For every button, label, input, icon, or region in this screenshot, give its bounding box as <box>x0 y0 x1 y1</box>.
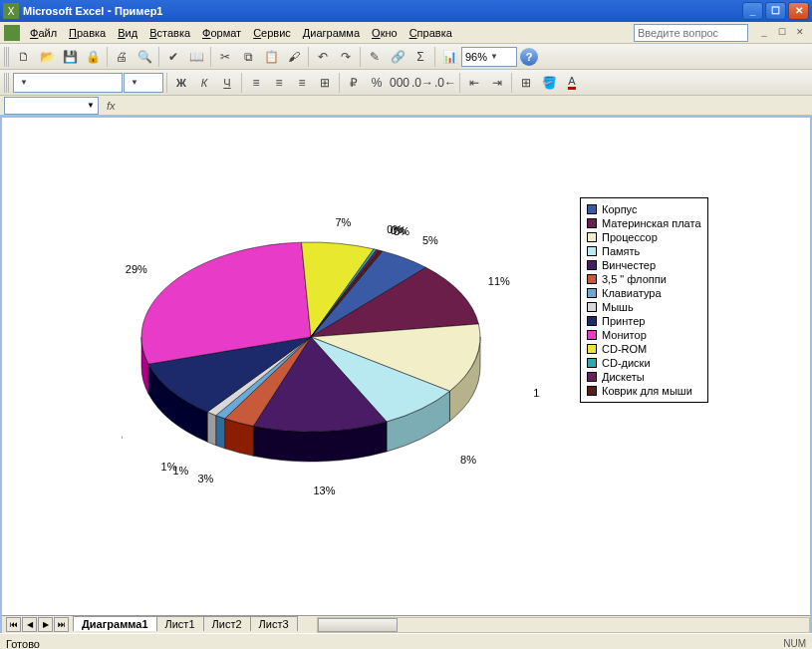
decrease-decimal-icon[interactable]: .0← <box>434 72 456 94</box>
chart-icon[interactable]: 📊 <box>438 46 460 68</box>
legend-item[interactable]: Монитор <box>587 328 701 342</box>
sheet-tab[interactable]: Диаграмма1 <box>73 616 157 631</box>
tab-last-icon[interactable]: ⏭ <box>54 617 69 632</box>
merge-icon[interactable]: ⊞ <box>314 72 336 94</box>
tab-next-icon[interactable]: ▶ <box>38 617 53 632</box>
legend-item[interactable]: Коврик для мыши <box>587 384 701 398</box>
research-icon[interactable]: 📖 <box>185 46 207 68</box>
sheet-tab[interactable]: Лист3 <box>250 616 298 631</box>
underline-icon[interactable]: Ч <box>216 72 238 94</box>
copy-icon[interactable]: ⧉ <box>237 46 259 68</box>
chart-legend[interactable]: КорпусМатеринская платаПроцессорПамятьВи… <box>580 197 708 403</box>
formatting-toolbar: ▼ ▼ Ж К Ч ≡ ≡ ≡ ⊞ ₽ % 000 .0→ .0← ⇤ ⇥ ⊞ … <box>0 70 812 96</box>
menu-Вид[interactable]: Вид <box>112 26 143 40</box>
menu-Окно[interactable]: Окно <box>366 26 404 40</box>
autosum-icon[interactable]: Σ <box>409 46 431 68</box>
status-bar: Готово NUM <box>0 633 812 649</box>
svg-text:12%: 12% <box>533 387 540 399</box>
paste-icon[interactable]: 📋 <box>260 46 282 68</box>
minimize-button[interactable]: _ <box>742 2 763 20</box>
ask-a-question[interactable] <box>634 24 748 42</box>
legend-item[interactable]: Память <box>587 244 701 258</box>
fx-label[interactable]: fx <box>107 100 116 112</box>
print-icon[interactable]: 🖨 <box>111 46 133 68</box>
legend-item[interactable]: Клавиатура <box>587 286 701 300</box>
horizontal-scrollbar[interactable] <box>317 617 810 633</box>
legend-item[interactable]: Мышь <box>587 300 701 314</box>
italic-icon[interactable]: К <box>193 72 215 94</box>
menu-Файл[interactable]: Файл <box>24 26 63 40</box>
menu-Сервис[interactable]: Сервис <box>247 26 297 40</box>
doc-restore-button[interactable]: ☐ <box>774 26 790 40</box>
zoom-combo[interactable]: 96%▼ <box>461 47 517 67</box>
percent-icon[interactable]: % <box>366 72 388 94</box>
preview-icon[interactable]: 🔍 <box>134 46 155 68</box>
close-button[interactable]: ✕ <box>788 2 809 20</box>
sheet-tab[interactable]: Лист2 <box>203 616 251 631</box>
tab-prev-icon[interactable]: ◀ <box>22 617 37 632</box>
format-painter-icon[interactable]: 🖌 <box>283 46 305 68</box>
doc-minimize-button[interactable]: _ <box>756 26 772 40</box>
legend-item[interactable]: Материнская плата <box>587 216 701 230</box>
legend-item[interactable]: Винчестер <box>587 258 701 272</box>
legend-item[interactable]: 3,5 " флоппи <box>587 272 701 286</box>
bold-icon[interactable]: Ж <box>170 72 192 94</box>
align-right-icon[interactable]: ≡ <box>291 72 313 94</box>
legend-item[interactable]: CD-диски <box>587 356 701 370</box>
ink-icon[interactable]: ✎ <box>364 46 386 68</box>
doc-icon <box>4 25 20 41</box>
help-icon[interactable]: ? <box>520 48 538 66</box>
maximize-button[interactable]: ☐ <box>765 2 786 20</box>
excel-icon: X <box>3 3 19 19</box>
spell-icon[interactable]: ✔ <box>162 46 184 68</box>
name-box[interactable]: ▼ <box>4 97 99 115</box>
tab-first-icon[interactable]: ⏮ <box>6 617 21 632</box>
increase-indent-icon[interactable]: ⇥ <box>486 72 508 94</box>
doc-close-button[interactable]: ✕ <box>792 26 808 40</box>
font-color-icon[interactable]: A <box>561 72 583 94</box>
toolbar-handle[interactable] <box>4 73 9 93</box>
legend-item[interactable]: Принтер <box>587 314 701 328</box>
increase-decimal-icon[interactable]: .0→ <box>411 72 433 94</box>
menu-Формат[interactable]: Формат <box>196 26 247 40</box>
undo-icon[interactable]: ↶ <box>312 46 334 68</box>
font-combo[interactable]: ▼ <box>13 73 123 93</box>
open-icon[interactable]: 📂 <box>36 46 58 68</box>
legend-item[interactable]: Процессор <box>587 230 701 244</box>
svg-text:8%: 8% <box>460 454 476 466</box>
ask-input[interactable] <box>634 24 748 42</box>
status-text: Готово <box>6 638 40 650</box>
fill-color-icon[interactable]: 🪣 <box>538 72 560 94</box>
hyperlink-icon[interactable]: 🔗 <box>387 46 408 68</box>
menu-Справка[interactable]: Справка <box>404 26 458 40</box>
align-left-icon[interactable]: ≡ <box>245 72 267 94</box>
new-icon[interactable]: 🗋 <box>13 46 35 68</box>
sheet-tab[interactable]: Лист1 <box>156 616 204 631</box>
cut-icon[interactable]: ✂ <box>214 46 236 68</box>
legend-item[interactable]: Дискеты <box>587 370 701 384</box>
legend-item[interactable]: Корпус <box>587 202 701 216</box>
currency-icon[interactable]: ₽ <box>343 72 365 94</box>
chart-canvas: 5%11%12%8%13%3%1%1%10%29%7%0%0%0% Корпус… <box>32 128 780 623</box>
menu-Диаграмма[interactable]: Диаграмма <box>297 26 366 40</box>
formula-bar: ▼ fx <box>0 96 812 116</box>
standard-toolbar: 🗋 📂 💾 🔒 🖨 🔍 ✔ 📖 ✂ ⧉ 📋 🖌 ↶ ↷ ✎ 🔗 Σ 📊 96%▼… <box>0 44 812 70</box>
legend-item[interactable]: CD-ROM <box>587 342 701 356</box>
menu-Правка[interactable]: Правка <box>63 26 112 40</box>
fontsize-combo[interactable]: ▼ <box>124 73 163 93</box>
scroll-thumb[interactable] <box>318 618 398 632</box>
align-center-icon[interactable]: ≡ <box>268 72 290 94</box>
svg-text:7%: 7% <box>335 216 351 228</box>
comma-icon[interactable]: 000 <box>389 72 410 94</box>
redo-icon[interactable]: ↷ <box>335 46 357 68</box>
save-icon[interactable]: 💾 <box>59 46 81 68</box>
svg-text:10%: 10% <box>122 430 123 442</box>
borders-icon[interactable]: ⊞ <box>515 72 537 94</box>
pie-chart[interactable]: 5%11%12%8%13%3%1%1%10%29%7%0%0%0% <box>72 187 570 546</box>
chart-sheet[interactable]: 5%11%12%8%13%3%1%1%10%29%7%0%0%0% Корпус… <box>2 118 810 633</box>
decrease-indent-icon[interactable]: ⇤ <box>463 72 485 94</box>
toolbar-handle[interactable] <box>4 47 9 67</box>
menu-Вставка[interactable]: Вставка <box>143 26 196 40</box>
permission-icon[interactable]: 🔒 <box>82 46 104 68</box>
title-bar: X Microsoft Excel - Пример1 _ ☐ ✕ <box>0 0 812 22</box>
